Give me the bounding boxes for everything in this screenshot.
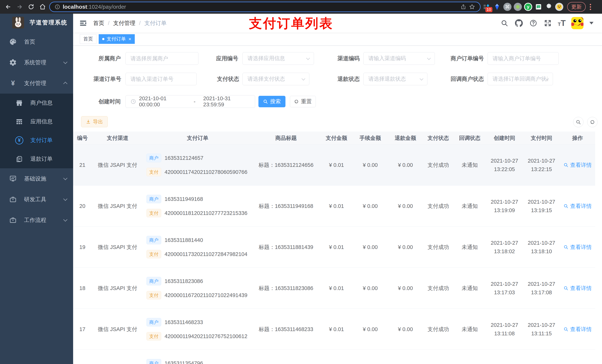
notify-status-select[interactable]: 请选择订单回调商户状态 xyxy=(488,73,553,85)
table-search-toggle-icon[interactable] xyxy=(573,117,583,127)
pay-time: 13:17:08 xyxy=(528,288,555,297)
pay-channel xyxy=(92,350,143,364)
view-detail-link[interactable]: 查看详情 xyxy=(563,284,592,292)
chevron-down-icon xyxy=(420,77,423,81)
tag-pay-order[interactable]: 支付订单 × xyxy=(99,34,135,44)
table-row[interactable]: 19 微信 JSAPI 支付 商户 1635311881440 支付 42000… xyxy=(73,227,595,268)
sidebar-item-payment[interactable]: ¥ 支付管理 xyxy=(0,73,73,94)
merchant-input[interactable] xyxy=(126,52,198,65)
y-extension-icon[interactable]: y xyxy=(524,3,532,11)
merchant-tag: 商户 xyxy=(146,318,161,326)
home-icon[interactable] xyxy=(38,2,47,12)
browser-update-button[interactable]: 更新 xyxy=(567,2,586,12)
pay-tag: 支付 xyxy=(146,332,161,341)
sidebar-item-pay-order[interactable]: ¥ 支付订单 xyxy=(0,131,73,150)
table-refresh-icon[interactable] xyxy=(587,117,598,127)
table-row[interactable]: 17 微信 JSAPI 支付 商户 1635311468233 支付 42000… xyxy=(73,309,595,350)
gray-dot-extension-icon[interactable] xyxy=(514,3,522,11)
pay-status: 支付成功 xyxy=(423,186,453,226)
navbar-actions: TT xyxy=(500,17,602,29)
main-area: 首页 / 支付管理 / 支付订单 支付订单列表 TT xyxy=(73,14,602,364)
merchant-tag: 商户 xyxy=(146,277,161,285)
pay-tag: 支付 xyxy=(146,291,161,300)
product-title: 标题：1635312124656 xyxy=(252,145,320,185)
pay-order-no: 4200001194202110276752100612 xyxy=(165,332,247,340)
tag-close-icon[interactable]: × xyxy=(129,37,131,42)
user-avatar[interactable] xyxy=(571,17,583,29)
view-detail-link[interactable]: 查看详情 xyxy=(563,161,592,169)
notify-status: 未通知 xyxy=(453,186,486,226)
browser-menu-icon[interactable] xyxy=(590,4,591,10)
sidebar-collapse-icon[interactable] xyxy=(77,18,89,29)
reset-button[interactable]: 重置 xyxy=(290,96,316,107)
create-time: 13:17:03 xyxy=(491,288,518,297)
reload-icon[interactable] xyxy=(26,2,36,12)
share-icon[interactable] xyxy=(460,4,466,10)
search-button[interactable]: 搜索 xyxy=(258,96,285,107)
url-bar[interactable]: localhost:1024/pay/order xyxy=(49,2,481,12)
table-grid-icon xyxy=(15,118,24,125)
view-detail-link[interactable]: 查看详情 xyxy=(563,325,592,333)
sketch-extension-icon[interactable] xyxy=(493,3,501,11)
sidebar-item-infrastructure[interactable]: 基础设施 xyxy=(0,168,73,189)
sidebar-item-system[interactable]: 系统管理 xyxy=(0,52,73,73)
merchant-order-no: 1635311881440 xyxy=(165,236,203,244)
table-row[interactable]: 21 微信 JSAPI 支付 商户 1635312124657 支付 42000… xyxy=(73,145,595,186)
emoji-extension-icon[interactable] xyxy=(555,3,563,11)
pay-amount: ¥ 0.01 xyxy=(320,227,353,268)
forward-icon[interactable] xyxy=(15,2,24,12)
channel-code-select[interactable]: 请输入渠道编码 xyxy=(363,52,435,65)
tag-home[interactable]: 首页 xyxy=(80,34,97,44)
view-detail-label: 查看详情 xyxy=(570,202,592,210)
sidebar-item-merchant-info[interactable]: 商户信息 xyxy=(0,94,73,112)
extension-pinned-icon[interactable]: 10 xyxy=(483,3,491,11)
table-row[interactable]: 18 微信 JSAPI 支付 商户 1635311823086 支付 42000… xyxy=(73,268,595,309)
merchant-order-no: 1635311354796 xyxy=(165,359,203,364)
site-info-icon[interactable] xyxy=(55,4,60,10)
view-detail-link[interactable]: 查看详情 xyxy=(563,243,592,251)
fullscreen-icon[interactable] xyxy=(543,19,552,28)
channel-order-no-input[interactable] xyxy=(126,73,197,85)
bookmark-star-icon[interactable] xyxy=(469,4,475,10)
merchant-order-no-input[interactable] xyxy=(488,52,559,65)
sidebar-item-home[interactable]: 首页 xyxy=(0,31,73,52)
sidebar-item-dev-tools[interactable]: 研发工具 xyxy=(0,189,73,210)
product-title xyxy=(252,350,320,364)
active-dot xyxy=(102,38,104,40)
refund-status-select[interactable]: 请选择退款状态 xyxy=(363,73,428,85)
table-row[interactable]: 20 微信 JSAPI 支付 商户 1635311949168 支付 42000… xyxy=(73,186,595,227)
date-start: 2021-10-01 00:00:00 xyxy=(139,95,186,108)
app-id-select[interactable]: 请选择应用信息 xyxy=(243,52,314,65)
avatar-dropdown-caret-icon[interactable] xyxy=(589,22,593,24)
font-size-icon[interactable]: TT xyxy=(558,19,566,28)
filter-create-time: 创建时间 2021-10-01 00:00:00 - 2021-10-31 23… xyxy=(95,95,255,108)
fee-amount: ¥ 0.00 xyxy=(353,227,388,268)
command-extension-icon[interactable]: ⌘ xyxy=(503,3,512,11)
yen-icon: ¥ xyxy=(8,80,18,87)
select-placeholder: 请选择退款状态 xyxy=(368,75,406,83)
column-header: 支付状态 xyxy=(423,132,453,144)
pay-order-cell: 商户 1635312124657 支付 42000011742021102780… xyxy=(143,145,252,185)
url-text: localhost:1024/pay/order xyxy=(63,4,126,10)
back-icon[interactable] xyxy=(3,2,13,12)
export-button[interactable]: 导出 xyxy=(81,116,108,127)
view-detail-link[interactable]: 查看详情 xyxy=(563,202,592,210)
chat-extension-icon[interactable] xyxy=(534,3,543,11)
create-time-cell: 2021-10-2713:19:09 xyxy=(486,186,523,226)
breadcrumb-home[interactable]: 首页 xyxy=(93,20,104,27)
sidebar-item-app-info[interactable]: 应用信息 xyxy=(0,112,73,131)
table-row[interactable]: 商户 1635311354796 支付 查看详情 xyxy=(73,350,595,364)
sidebar-item-refund-order[interactable]: 退款订单 xyxy=(0,150,73,168)
extensions-puzzle-icon[interactable] xyxy=(545,3,553,11)
merchant-tag: 商户 xyxy=(146,195,161,203)
help-icon[interactable] xyxy=(529,19,538,28)
breadcrumb-payment[interactable]: 支付管理 xyxy=(113,20,135,27)
search-icon[interactable] xyxy=(500,19,509,28)
sidebar-item-workflow[interactable]: 工作流程 xyxy=(0,210,73,230)
date-range-picker[interactable]: 2021-10-01 00:00:00 - 2021-10-31 23:59:5… xyxy=(126,95,255,108)
refund-amount: ¥ 0.00 xyxy=(388,309,423,350)
github-icon[interactable] xyxy=(515,19,523,28)
pay-status-select[interactable]: 请选择支付状态 xyxy=(243,73,309,85)
action-cell: 查看详情 xyxy=(560,186,595,226)
filter-label: 应用编号 xyxy=(216,55,243,62)
